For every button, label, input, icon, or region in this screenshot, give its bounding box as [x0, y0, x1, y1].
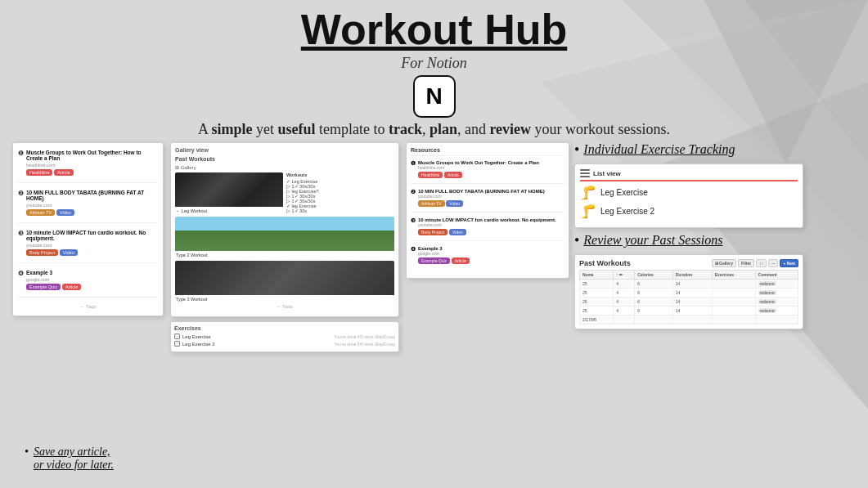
resources-screenshot: ❶ Muscle Groups to Work Out Together: Ho… [12, 142, 164, 316]
gallery-tag: ⊞ Gallery [175, 164, 394, 170]
desc-review: review [489, 121, 531, 137]
rp-item-3: ❸ 10 minute LOW IMPACT fun cardio workou… [411, 217, 564, 241]
res-number: ❹ [18, 270, 24, 277]
center-column: Gallery view Past Workouts ⊞ Gallery ← L… [170, 142, 399, 432]
page-title: Workout Hub [0, 7, 868, 53]
exercise-tracking-feature: • Individual Exercise Tracking List view [574, 142, 803, 228]
col-date: ↑ ✏ [614, 271, 635, 280]
col-duration: Duration [672, 271, 712, 280]
table-row: 25 4 6 14 redzone [580, 298, 798, 307]
header-section: Workout Hub For Notion N A simple yet us… [0, 0, 868, 138]
gallery-item-runner: Type 2 Workout [175, 217, 394, 257]
res-article-tag: Article [54, 169, 73, 176]
workout-image-dumbbell [175, 172, 283, 207]
bottom-bullet-dot: • [25, 445, 29, 459]
bottom-bullet-save: • Save any article,or video for later. [25, 445, 114, 472]
list-view-label: List view [593, 170, 621, 177]
leg-emoji-2: 🦵 [580, 204, 596, 219]
bottom-bullet-text: Save any article,or video for later. [34, 445, 114, 472]
res-video-tag2: Video [60, 249, 78, 256]
gallery-item-label: ← Leg Workout [175, 208, 283, 213]
rp-tag-healthline: Healthline [418, 172, 443, 178]
exercise-name: Leg Exercise [182, 334, 211, 339]
rp-tag-athlean: Athlean TV [418, 200, 445, 207]
resource-item: ❶ Muscle Groups to Work Out Together: Ho… [18, 150, 158, 183]
desc-useful: useful [277, 121, 315, 137]
pw-toolbar: ⊞ Gallery Filter ↕↑ ··· + New [712, 259, 798, 267]
workout-image-gym [175, 261, 394, 295]
leg-exercise-2-label: Leg Exercise 2 [600, 207, 654, 216]
res-article-tag2: Article [62, 284, 81, 290]
res-number: ❷ [18, 190, 24, 197]
past-workouts-label: Past Workouts [175, 156, 394, 162]
exercise-checkbox-2 [174, 341, 180, 347]
pw-filter-btn2[interactable]: Filter [738, 259, 754, 267]
exercise-name-2: Leg Exercise 2 [182, 342, 215, 347]
pw-header: Past Workouts ⊞ Gallery Filter ↕↑ ··· + … [579, 259, 798, 267]
res-number: ❶ [18, 150, 24, 157]
past-workouts-table: Name ↑ ✏ Calories Duration Exercises Com… [579, 270, 798, 325]
pw-sort-btn[interactable]: ↕↑ [756, 259, 767, 267]
header-subtitle: For Notion [0, 55, 868, 72]
gallery-header: Gallery view [175, 147, 394, 153]
exercises-section: Exercises Leg Exercise You've done 4/5 m… [170, 321, 399, 352]
col-exercises: Exercises [712, 271, 755, 280]
gallery-item-dumbbell: ← Leg Workout [175, 172, 283, 213]
rp-number-3: ❸ [411, 217, 416, 224]
list-item-leg-exercise-2: 🦵 Leg Exercise 2 [580, 204, 798, 219]
col-comment: Comment [755, 271, 798, 280]
left-column: ❶ Muscle Groups to Work Out Together: Ho… [12, 142, 164, 432]
tracking-bullet: • [574, 142, 579, 157]
pw-new-btn[interactable]: + New [780, 259, 798, 267]
right-column: Resources ❶ Muscle Groups to Work Out To… [406, 142, 856, 432]
rp-number-4: ❹ [411, 246, 416, 253]
page-content: Workout Hub For Notion N A simple yet us… [0, 0, 868, 488]
list-view-box: List view 🦵 Leg Exercise 🦵 Leg Exercise … [574, 163, 803, 228]
leg-emoji: 🦵 [580, 185, 596, 200]
resources-footer: ← Tags [18, 304, 158, 309]
rp-item-1: ❶ Muscle Groups to Work Out Together: Cr… [411, 160, 564, 184]
table-row: 25 4 6 14 redzone [580, 280, 798, 289]
res-video-tag: Video [56, 209, 74, 216]
res-tag-body: Body Project [26, 249, 58, 256]
table-row: 2/17/98 [580, 316, 798, 325]
list-item-leg-exercise: 🦵 Leg Exercise [580, 185, 798, 200]
desc-track: track [389, 121, 422, 137]
workout-image-runner [175, 217, 394, 251]
gallery-side-panel: Workouts ✓ Leg Exercise ▷ 1✓ 30s/30s ▷ l… [286, 172, 394, 213]
resource-item: ❷ 10 MIN FULL BODY TABATA (BURNING FAT A… [18, 190, 158, 223]
resources-right-header: Resources [411, 147, 564, 156]
review-sessions-feature: • Review your Past Sessions Past Workout… [574, 233, 803, 329]
gallery-item-label3: Type 3 Workout [175, 297, 394, 302]
exercise-checkbox [174, 334, 180, 339]
resource-item: ❹ Example 3 google.com Example Quiz Arti… [18, 270, 158, 298]
table-row: 25 4 6 14 redzone [580, 289, 798, 298]
desc-simple: simple [211, 121, 252, 137]
res-title: Muscle Groups to Work Out Together: How … [26, 150, 158, 161]
resource-item: ❸ 10 minute LOW IMPACT fun cardio workou… [18, 230, 158, 263]
list-icon [580, 169, 590, 177]
pw-title: Past Workouts [579, 259, 631, 267]
review-title: Review your Past Sessions [583, 233, 722, 248]
bottom-bullets-section: • Save any article,or video for later. [25, 445, 114, 472]
tracking-title: Individual Exercise Tracking [583, 142, 735, 157]
gallery-item-gym: Type 3 Workout [175, 261, 394, 302]
past-workouts-box: Past Workouts ⊞ Gallery Filter ↕↑ ··· + … [574, 254, 803, 329]
exercises-header: Exercises [174, 325, 395, 331]
rp-item-2: ❷ 10 MIN FULL BODY TABATA (BURNING FAT A… [411, 189, 564, 213]
rp-number-2: ❷ [411, 189, 416, 195]
rp-tag-body: Body Project [418, 229, 447, 235]
leg-exercise-label: Leg Exercise [600, 188, 648, 197]
col-name: Name [580, 271, 614, 280]
pw-more-btn[interactable]: ··· [768, 259, 778, 267]
exercise-item-1: Leg Exercise You've done 4/5 more Skip/G… [174, 334, 395, 339]
notion-logo: N [413, 75, 456, 118]
gallery-footer: ← New [175, 304, 394, 309]
rp-item-4: ❹ Example 3 google.com Example Quiz Arti… [411, 246, 564, 269]
header-description: A simple yet useful template to track, p… [0, 121, 868, 138]
pw-filter-btn[interactable]: ⊞ Gallery [712, 259, 736, 267]
rp-tag-example: Example Quiz [418, 257, 450, 264]
table-row: 25 4 6 14 redzone [580, 307, 798, 316]
res-tag-example: Example Quiz [26, 284, 61, 290]
res-title: Example 3 [26, 270, 81, 275]
